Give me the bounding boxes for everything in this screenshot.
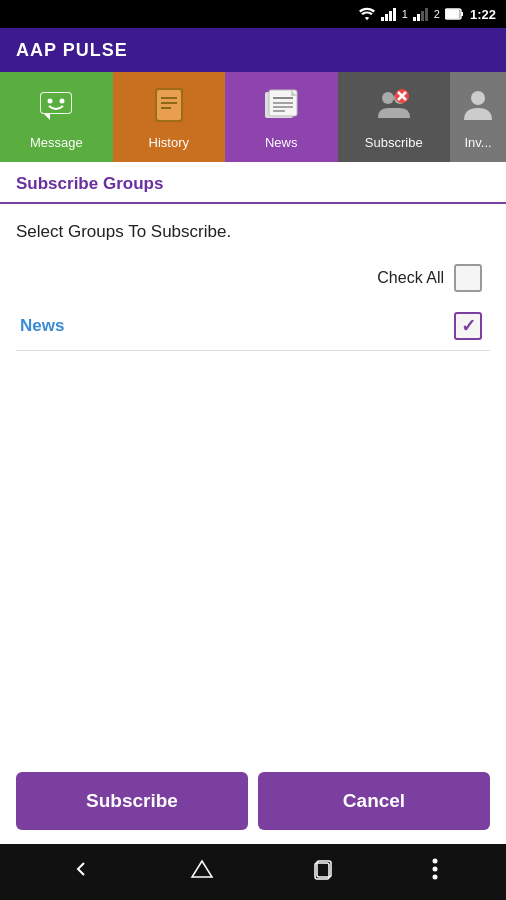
- tab-news-label: News: [265, 135, 298, 150]
- clock: 1:22: [470, 7, 496, 22]
- tab-subscribe[interactable]: Subscribe: [338, 72, 451, 162]
- tab-news[interactable]: News: [225, 72, 338, 162]
- news-icon: [261, 84, 301, 129]
- group-news-checkbox[interactable]: [454, 312, 482, 340]
- check-all-row: Check All: [16, 264, 490, 292]
- svg-marker-36: [192, 861, 212, 877]
- svg-rect-1: [385, 14, 388, 21]
- check-all-checkbox[interactable]: [454, 264, 482, 292]
- tab-history[interactable]: History: [113, 72, 226, 162]
- signal-label: 1: [402, 8, 408, 20]
- back-button[interactable]: [55, 851, 107, 893]
- svg-rect-9: [446, 10, 459, 18]
- tab-subscribe-label: Subscribe: [365, 135, 423, 150]
- cancel-button[interactable]: Cancel: [258, 772, 490, 830]
- check-all-label: Check All: [377, 269, 444, 287]
- section-header: Subscribe Groups: [0, 162, 506, 204]
- svg-rect-0: [381, 17, 384, 21]
- app-bar: AAP PULSE: [0, 28, 506, 72]
- signal-label-2: 2: [434, 8, 440, 20]
- recent-button[interactable]: [297, 851, 349, 893]
- svg-point-40: [432, 867, 437, 872]
- nav-tabs: Message History: [0, 72, 506, 162]
- wifi-icon: [358, 7, 376, 21]
- menu-button[interactable]: [418, 851, 452, 893]
- invite-icon: [458, 84, 498, 129]
- svg-rect-6: [421, 11, 424, 21]
- svg-rect-3: [393, 8, 396, 21]
- svg-point-17: [60, 99, 65, 104]
- section-header-text: Subscribe Groups: [16, 174, 163, 193]
- svg-point-16: [48, 99, 53, 104]
- svg-rect-4: [413, 17, 416, 21]
- svg-point-30: [382, 92, 394, 104]
- status-icons: 1 2 1:22: [358, 7, 496, 22]
- battery-icon: [445, 8, 465, 20]
- body-content: Select Groups To Subscribe. Check All Ne…: [0, 204, 506, 351]
- group-news-label: News: [20, 316, 64, 336]
- status-bar: 1 2 1:22: [0, 0, 506, 28]
- svg-rect-5: [417, 14, 420, 21]
- tab-invite-label: Inv...: [464, 135, 491, 150]
- home-button[interactable]: [176, 851, 228, 893]
- tab-history-label: History: [149, 135, 189, 150]
- svg-point-41: [432, 875, 437, 880]
- subscribe-icon: [374, 84, 414, 129]
- bottom-buttons: Subscribe Cancel: [0, 762, 506, 840]
- svg-point-35: [471, 91, 485, 105]
- signal-icon: [381, 7, 397, 21]
- android-nav-bar: [0, 844, 506, 900]
- svg-rect-2: [389, 11, 392, 21]
- group-row-news: News: [16, 304, 490, 351]
- svg-point-39: [432, 859, 437, 864]
- tab-message[interactable]: Message: [0, 72, 113, 162]
- message-icon: [36, 84, 76, 129]
- subscribe-button[interactable]: Subscribe: [16, 772, 248, 830]
- tab-invite[interactable]: Inv...: [450, 72, 506, 162]
- svg-rect-7: [425, 8, 428, 21]
- signal-icon-2: [413, 7, 429, 21]
- instructions-text: Select Groups To Subscribe.: [16, 222, 490, 242]
- svg-rect-20: [157, 90, 181, 120]
- history-icon: [149, 84, 189, 129]
- app-title: AAP PULSE: [16, 40, 128, 61]
- tab-message-label: Message: [30, 135, 83, 150]
